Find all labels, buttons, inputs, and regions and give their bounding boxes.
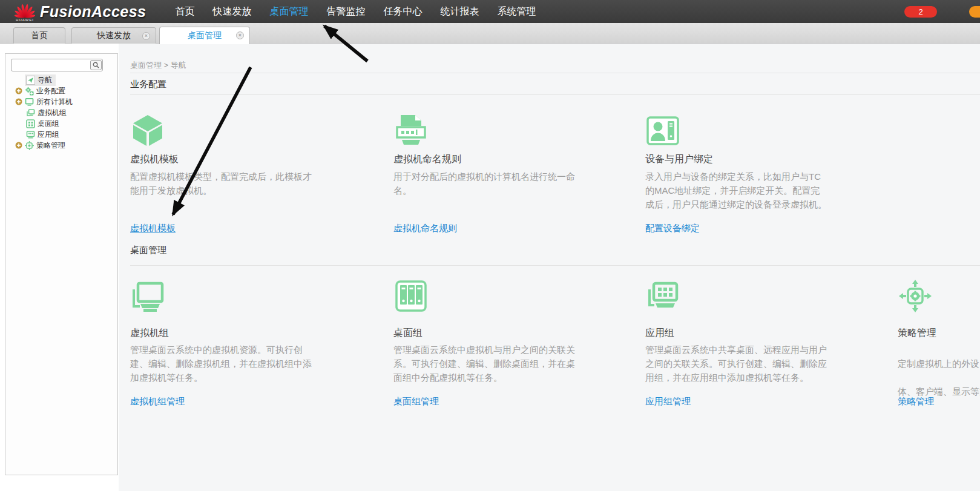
alarm-count-badge[interactable]: 2 — [904, 6, 937, 18]
vm-group-icon — [26, 108, 35, 117]
card-desktop-group: 桌面组 管理桌面云系统中虚拟机与用户之间的关联关 系。可执行创建、编辑、删除桌面… — [393, 275, 619, 450]
tree-item-app-group[interactable]: 应用组 — [5, 129, 117, 140]
device-binding-link[interactable]: 配置设备绑定 — [645, 223, 700, 234]
expand-icon[interactable] — [15, 98, 22, 105]
search-icon[interactable] — [90, 60, 102, 70]
divider — [130, 73, 980, 73]
app-group-icon — [645, 278, 680, 314]
card-description: 录入用户与设备的绑定关系，比如用户与TC 的MAC地址绑定，并开启绑定开关。配置… — [645, 170, 870, 211]
tree-item-desktop-group[interactable]: 桌面组 — [5, 118, 117, 129]
tab-home-label: 首页 — [31, 30, 48, 41]
card-naming-rule: 虚拟机命名规则 用于对分配后的虚拟机的计算机名进行统一命 名。 虚拟机命名规则 — [393, 109, 619, 272]
tree-item-navigation[interactable]: 导航 — [5, 74, 117, 85]
vm-template-icon — [130, 113, 165, 148]
vm-group-icon — [130, 278, 165, 314]
tab-desktop-management-label: 桌面管理 — [188, 30, 222, 41]
policy-icon — [25, 141, 34, 150]
card-title: 桌面组 — [393, 327, 423, 340]
card-description: 用于对分配后的虚拟机的计算机名进行统一命 名。 — [393, 170, 619, 197]
gears-icon — [25, 87, 34, 96]
device-user-binding-icon — [645, 113, 680, 148]
naming-rule-icon — [393, 113, 429, 148]
huawei-logo-icon: HUAWEI — [15, 3, 35, 21]
card-description-line: 定制虚拟机上的外设、音 — [898, 357, 980, 371]
card-title: 策略管理 — [898, 327, 936, 340]
vm-template-link[interactable]: 虚拟机模板 — [130, 223, 176, 234]
expand-icon[interactable] — [15, 87, 22, 94]
card-title: 虚拟机模板 — [130, 153, 179, 166]
app-group-management-link[interactable]: 应用组管理 — [645, 396, 691, 407]
card-description: 管理桌面云系统中的虚拟机资源。可执行创 建、编辑、删除虚拟机组，并在虚拟机组中添… — [130, 343, 355, 384]
app-group-icon — [26, 130, 35, 139]
navigate-icon — [26, 76, 35, 85]
breadcrumb: 桌面管理 > 导航 — [130, 60, 186, 71]
card-title: 虚拟机组 — [130, 327, 169, 340]
nav-quick-provision[interactable]: 快速发放 — [213, 5, 252, 18]
card-policy-management: 策略管理 定制虚拟机上的外设、音 体、客户端、显示等策略。 策略管理 — [898, 275, 980, 450]
tree-label: 桌面组 — [38, 119, 59, 129]
tab-strip: 首页 快速发放 × 桌面管理 × — [0, 23, 980, 44]
top-bar: HUAWEI FusionAccess 首页 快速发放 桌面管理 告警监控 任务… — [0, 0, 980, 23]
tree-item-all-computers[interactable]: 所有计算机 — [5, 96, 117, 107]
expand-icon[interactable] — [15, 142, 22, 149]
tab-desktop-management[interactable]: 桌面管理 × — [159, 27, 250, 44]
nav-task-center[interactable]: 任务中心 — [384, 5, 423, 18]
warning-badge[interactable] — [969, 6, 980, 18]
card-description: 管理桌面云系统中共享桌面、远程应用与用户 之间的关联关系。可执行创建、编辑、删除… — [645, 343, 870, 384]
top-nav: 首页 快速发放 桌面管理 告警监控 任务中心 统计报表 系统管理 — [176, 5, 536, 18]
tab-home[interactable]: 首页 — [13, 27, 65, 44]
card-row-business-config: 虚拟机模板 配置虚拟机模板类型，配置完成后，此模板才 能用于发放虚拟机。 虚拟机… — [119, 109, 980, 272]
desktop-group-icon — [26, 119, 35, 128]
section-title-business-config: 业务配置 — [130, 79, 166, 90]
sidebar: 导航 业务配置 所有计算机 — [5, 53, 118, 475]
desktop-group-icon — [393, 278, 429, 314]
nav-desktop-management[interactable]: 桌面管理 — [270, 5, 309, 18]
card-app-group: 应用组 管理桌面云系统中共享桌面、远程应用与用户 之间的关联关系。可执行创建、编… — [645, 275, 870, 450]
card-row-desktop-management: 虚拟机组 管理桌面云系统中的虚拟机资源。可执行创 建、编辑、删除虚拟机组，并在虚… — [119, 275, 980, 450]
policy-icon — [898, 278, 933, 314]
card-description: 管理桌面云系统中虚拟机与用户之间的关联关 系。可执行创建、编辑、删除桌面组，并在… — [393, 343, 619, 384]
tree-label: 导航 — [38, 75, 52, 85]
card-title: 设备与用户绑定 — [645, 153, 713, 166]
tab-quick-provision[interactable]: 快速发放 × — [71, 27, 156, 44]
tree-item-policy-management[interactable]: 策略管理 — [5, 140, 117, 151]
nav-statistics-report[interactable]: 统计报表 — [441, 5, 479, 18]
fusionaccess-console: HUAWEI FusionAccess 首页 快速发放 桌面管理 告警监控 任务… — [0, 0, 980, 491]
tree-label: 策略管理 — [36, 140, 65, 151]
card-title: 虚拟机命名规则 — [393, 153, 461, 166]
divider — [130, 94, 980, 95]
search-input[interactable] — [11, 59, 103, 71]
tree-item-vm-group[interactable]: 虚拟机组 — [5, 107, 117, 118]
card-device-user-binding: 设备与用户绑定 录入用户与设备的绑定关系，比如用户与TC 的MAC地址绑定，并开… — [645, 109, 870, 272]
tab-quick-provision-label: 快速发放 — [97, 30, 131, 41]
card-description: 配置虚拟机模板类型，配置完成后，此模板才 能用于发放虚拟机。 — [130, 170, 355, 197]
naming-rule-link[interactable]: 虚拟机命名规则 — [393, 223, 457, 234]
tree-label: 虚拟机组 — [38, 108, 67, 118]
tree-label: 应用组 — [38, 130, 59, 140]
policy-management-link[interactable]: 策略管理 — [898, 396, 934, 407]
tree-label: 业务配置 — [36, 86, 65, 96]
desktop-group-management-link[interactable]: 桌面组管理 — [393, 396, 439, 407]
main-content: 桌面管理 > 导航 业务配置 虚拟机模板 配置虚拟机模板类型，配置完成后，此模 — [119, 44, 980, 491]
close-icon[interactable]: × — [236, 31, 244, 39]
brand: HUAWEI FusionAccess — [15, 2, 146, 21]
card-vm-group: 虚拟机组 管理桌面云系统中的虚拟机资源。可执行创 建、编辑、删除虚拟机组，并在虚… — [130, 275, 355, 450]
tree-label: 所有计算机 — [36, 97, 73, 107]
app-title: FusionAccess — [40, 3, 146, 21]
nav-system-management[interactable]: 系统管理 — [498, 5, 536, 18]
nav-home[interactable]: 首页 — [176, 5, 195, 18]
tree-item-business-config[interactable]: 业务配置 — [5, 85, 117, 96]
card-title: 应用组 — [645, 327, 674, 340]
navigation-tree: 导航 业务配置 所有计算机 — [5, 74, 117, 151]
huawei-wordmark: HUAWEI — [15, 18, 35, 22]
nav-alarm-monitor[interactable]: 告警监控 — [327, 5, 366, 18]
close-icon[interactable]: × — [142, 32, 150, 40]
computer-icon — [25, 97, 34, 107]
divider — [130, 265, 980, 266]
section-title-desktop-management: 桌面管理 — [130, 245, 166, 256]
vm-group-management-link[interactable]: 虚拟机组管理 — [130, 396, 185, 407]
